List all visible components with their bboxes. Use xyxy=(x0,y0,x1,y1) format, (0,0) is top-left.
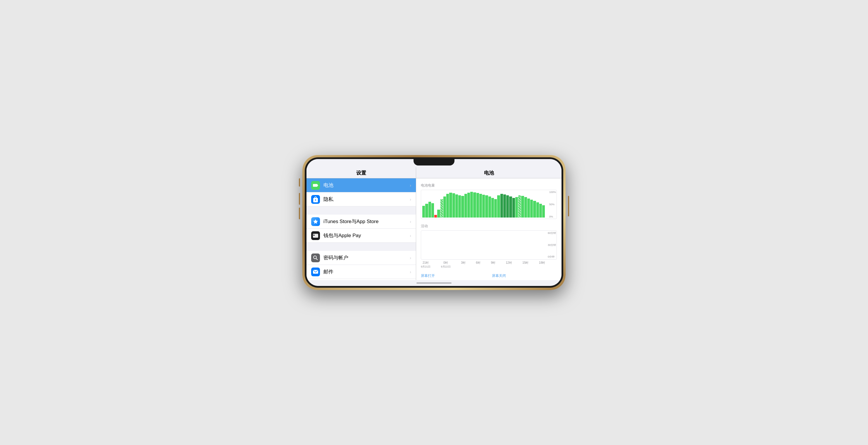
battery-bar xyxy=(488,196,491,218)
settings-header: 设置 xyxy=(307,167,416,178)
battery-bar xyxy=(491,198,494,218)
battery-bar xyxy=(527,198,530,218)
battery-header: 电池 xyxy=(416,167,561,178)
battery-bar xyxy=(446,194,449,218)
svg-rect-3 xyxy=(313,233,318,235)
y-label-0: 0% xyxy=(549,215,556,218)
battery-bar xyxy=(425,204,428,218)
itunes-label: iTunes Store与App Store xyxy=(323,218,410,225)
battery-bar xyxy=(485,195,488,218)
settings-item-wallet[interactable]: 钱包与Apple Pay › xyxy=(307,229,416,243)
battery-chart-container: 100% 50% 0% xyxy=(421,190,557,219)
activity-section: 活动 xyxy=(421,224,557,269)
screen-on-stat: 屏幕打开 7小时19分钟 xyxy=(421,274,486,280)
wallet-chevron: › xyxy=(410,233,411,238)
x-label-6: 6时 xyxy=(476,261,480,269)
y-label-0min: 0分钟 xyxy=(548,255,556,259)
battery-label: 电池 xyxy=(323,182,410,189)
battery-y-labels: 100% 50% 0% xyxy=(549,190,556,219)
battery-panel-title: 电池 xyxy=(421,169,557,176)
battery-bar xyxy=(476,193,479,218)
battery-bar xyxy=(461,196,464,218)
settings-item-passwords[interactable]: 密码与帐户 › xyxy=(307,251,416,265)
settings-item-itunes[interactable]: iTunes Store与App Store › xyxy=(307,215,416,229)
screen-off-stat: 屏幕关闭 8小时51分钟 xyxy=(492,274,557,280)
battery-bar xyxy=(455,194,458,218)
battery-bar xyxy=(509,196,512,218)
activity-y-labels: 60分钟 30分钟 0分钟 xyxy=(548,231,556,259)
x-label-21: 21时 9月21日 xyxy=(421,261,431,269)
section-spacer-2 xyxy=(307,243,416,251)
battery-bar xyxy=(515,197,518,218)
screen-on-label: 屏幕打开 xyxy=(421,274,486,278)
x-label-9: 9时 xyxy=(491,261,495,269)
notch xyxy=(413,159,455,165)
home-indicator xyxy=(307,280,561,286)
battery-bar xyxy=(533,201,536,218)
activity-chart xyxy=(422,232,545,258)
stats-row: 屏幕打开 7小时19分钟 屏幕关闭 8小时51分钟 xyxy=(421,274,557,280)
battery-bar xyxy=(458,195,461,218)
battery-bar xyxy=(479,194,482,218)
battery-bar xyxy=(473,192,476,218)
screen: 设置 电池 › xyxy=(307,159,561,286)
x-label-12: 12时 xyxy=(506,261,512,269)
x-label-15: 15时 xyxy=(522,261,528,269)
phone-inner: 设置 电池 › xyxy=(305,157,563,288)
key-icon xyxy=(311,254,320,262)
battery-bar xyxy=(506,195,509,218)
screen-off-label: 屏幕关闭 xyxy=(492,274,557,278)
battery-chevron: › xyxy=(410,183,411,188)
settings-item-battery[interactable]: 电池 › xyxy=(307,178,416,192)
x-label-3: 3时 xyxy=(461,261,466,269)
passwords-chevron: › xyxy=(410,256,411,260)
battery-bar xyxy=(482,195,485,218)
battery-bar xyxy=(467,193,470,218)
section-spacer-1 xyxy=(307,206,416,215)
activity-chart-container: 60分钟 30分钟 0分钟 xyxy=(421,230,557,260)
phone-frame: 设置 电池 › xyxy=(302,155,566,290)
volume-down-button xyxy=(299,208,300,219)
settings-title: 设置 xyxy=(311,169,411,176)
x-label-18: 18时 xyxy=(539,261,545,269)
notch-bar xyxy=(307,159,561,167)
svg-rect-0 xyxy=(313,184,317,187)
privacy-label: 隐私 xyxy=(323,196,410,202)
settings-item-privacy[interactable]: 隐私 › xyxy=(307,192,416,206)
battery-chart xyxy=(422,191,545,218)
battery-bar xyxy=(539,204,542,218)
y-label-100: 100% xyxy=(549,191,556,194)
battery-bar xyxy=(422,206,425,218)
settings-item-mail[interactable]: 邮件 › xyxy=(307,265,416,279)
mail-chevron: › xyxy=(410,269,411,274)
settings-list: 电池 › 隐私 › xyxy=(307,178,416,280)
battery-bar xyxy=(518,195,521,218)
battery-bar xyxy=(530,200,533,218)
battery-content: 电池电量 xyxy=(416,178,561,280)
battery-bar xyxy=(503,194,506,218)
battery-bar xyxy=(513,198,515,218)
wallet-icon xyxy=(311,231,320,240)
wallet-label: 钱包与Apple Pay xyxy=(323,232,410,239)
battery-bar xyxy=(453,193,455,218)
mute-button xyxy=(299,178,300,187)
volume-up-button xyxy=(299,193,300,205)
battery-bar xyxy=(440,199,443,218)
battery-bar xyxy=(494,199,497,218)
appstore-icon xyxy=(311,217,320,226)
mail-label: 邮件 xyxy=(323,268,410,275)
content-area: 设置 电池 › xyxy=(307,167,561,280)
x-label-0: 0时 9月22日 xyxy=(441,261,451,269)
privacy-chevron: › xyxy=(410,197,411,202)
activity-chart-label: 活动 xyxy=(421,224,557,229)
battery-bar xyxy=(464,194,467,218)
y-label-50: 50% xyxy=(549,203,556,206)
battery-chart-label: 电池电量 xyxy=(421,183,557,188)
svg-rect-4 xyxy=(313,235,315,236)
battery-bar xyxy=(437,210,440,218)
home-bar xyxy=(416,282,452,284)
battery-bar xyxy=(521,196,524,218)
passwords-label: 密码与帐户 xyxy=(323,254,410,261)
battery-icon xyxy=(311,181,320,190)
battery-bar xyxy=(542,205,545,218)
